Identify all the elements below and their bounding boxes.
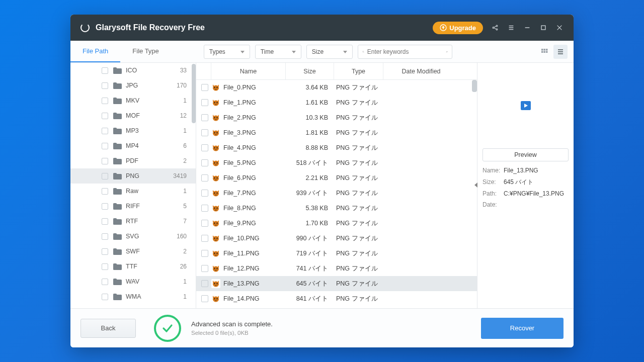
share-icon[interactable] xyxy=(487,20,503,36)
filter-types[interactable]: Types xyxy=(204,45,250,59)
sidebar-item-label: PNG xyxy=(126,172,173,179)
file-type: PNG ファイル xyxy=(332,144,381,152)
close-button[interactable] xyxy=(551,20,568,36)
column-size[interactable]: Size xyxy=(286,63,334,79)
sidebar-item-ico[interactable]: ICO33 xyxy=(70,63,196,78)
file-list-scrollbar[interactable] xyxy=(472,80,477,92)
sidebar-item-mp4[interactable]: MP46 xyxy=(70,138,196,153)
checkbox[interactable] xyxy=(102,203,108,210)
file-icon xyxy=(211,128,220,137)
sidebar-item-mkv[interactable]: MKV1 xyxy=(70,93,196,108)
file-row[interactable]: File_6.PNG2.21 KBPNG ファイル xyxy=(196,170,477,186)
sidebar-item-riff[interactable]: RIFF5 xyxy=(70,199,196,214)
checkbox[interactable] xyxy=(102,82,108,89)
file-row[interactable]: File_13.PNG645 バイトPNG ファイル xyxy=(196,276,477,291)
preview-button[interactable]: Preview xyxy=(482,148,569,161)
checkbox[interactable] xyxy=(102,294,108,300)
recover-button[interactable]: Recover xyxy=(481,318,564,339)
checkbox[interactable] xyxy=(201,144,208,151)
grid-view-button[interactable] xyxy=(537,45,551,59)
checkbox[interactable] xyxy=(102,233,108,240)
checkbox[interactable] xyxy=(102,98,108,104)
sidebar-item-jpg[interactable]: JPG170 xyxy=(70,78,196,93)
list-view-button[interactable] xyxy=(553,45,568,59)
sidebar-item-ttf[interactable]: TTF26 xyxy=(70,259,196,274)
sidebar-item-pdf[interactable]: PDF2 xyxy=(70,153,196,168)
svg-rect-17 xyxy=(546,49,548,51)
file-row[interactable]: File_2.PNG10.3 KBPNG ファイル xyxy=(196,110,477,125)
checkbox[interactable] xyxy=(201,114,208,121)
folder-icon xyxy=(113,98,122,104)
upgrade-button[interactable]: Upgrade xyxy=(433,22,483,34)
sidebar-item-mof[interactable]: MOF12 xyxy=(70,108,196,123)
checkbox[interactable] xyxy=(201,280,208,287)
checkbox[interactable] xyxy=(201,205,208,212)
sidebar-item-wav[interactable]: WAV1 xyxy=(70,274,196,289)
checkbox[interactable] xyxy=(102,67,108,74)
sidebar-item-xlsx[interactable]: XLSX1 xyxy=(70,304,196,308)
column-date[interactable]: Date Modified xyxy=(383,63,459,79)
column-name[interactable]: Name xyxy=(211,63,286,79)
file-name: File_7.PNG xyxy=(223,190,284,197)
menu-icon[interactable] xyxy=(503,20,519,36)
checkbox[interactable] xyxy=(201,159,208,166)
file-row[interactable]: File_10.PNG990 バイトPNG ファイル xyxy=(196,231,477,246)
checkbox[interactable] xyxy=(201,84,208,91)
sidebar-scrollbar[interactable] xyxy=(191,63,196,308)
checkbox[interactable] xyxy=(201,265,208,272)
file-row[interactable]: File_11.PNG719 バイトPNG ファイル xyxy=(196,246,477,261)
back-button[interactable]: Back xyxy=(80,319,136,338)
checkbox[interactable] xyxy=(102,113,108,119)
file-type: PNG ファイル xyxy=(332,99,381,107)
checkbox[interactable] xyxy=(102,218,108,225)
column-type[interactable]: Type xyxy=(334,63,383,79)
svg-rect-15 xyxy=(541,49,543,51)
file-size: 1.81 KB xyxy=(284,129,332,136)
search-input[interactable] xyxy=(367,48,443,55)
file-row[interactable]: File_5.PNG518 バイトPNG ファイル xyxy=(196,155,477,170)
checkbox[interactable] xyxy=(102,248,108,255)
checkbox[interactable] xyxy=(102,173,108,179)
sidebar-item-wma[interactable]: WMA1 xyxy=(70,289,196,304)
svg-point-65 xyxy=(213,236,219,242)
sidebar-item-swf[interactable]: SWF2 xyxy=(70,244,196,259)
checkbox[interactable] xyxy=(201,190,208,197)
checkbox[interactable] xyxy=(201,295,208,302)
enter-icon[interactable] xyxy=(446,48,448,55)
file-row[interactable]: File_8.PNG5.38 KBPNG ファイル xyxy=(196,201,477,216)
filter-size[interactable]: Size xyxy=(306,45,353,59)
checkbox[interactable] xyxy=(201,220,208,227)
checkbox[interactable] xyxy=(201,235,208,242)
file-row[interactable]: File_9.PNG1.70 KBPNG ファイル xyxy=(196,216,477,231)
checkbox[interactable] xyxy=(201,174,208,182)
tab-file-path[interactable]: File Path xyxy=(70,41,120,62)
sidebar-item-svg[interactable]: SVG160 xyxy=(70,229,196,244)
minimize-button[interactable] xyxy=(519,20,535,36)
sidebar-item-mp3[interactable]: MP31 xyxy=(70,123,196,138)
sidebar-item-rtf[interactable]: RTF7 xyxy=(70,214,196,229)
file-row[interactable]: File_7.PNG939 バイトPNG ファイル xyxy=(196,186,477,201)
checkbox[interactable] xyxy=(201,99,208,106)
checkbox[interactable] xyxy=(102,128,108,134)
file-row[interactable]: File_4.PNG8.88 KBPNG ファイル xyxy=(196,140,477,155)
file-row[interactable]: File_3.PNG1.81 KBPNG ファイル xyxy=(196,125,477,140)
checkbox[interactable] xyxy=(102,158,108,164)
sidebar-item-png[interactable]: PNG3419 xyxy=(70,168,196,184)
maximize-button[interactable] xyxy=(535,20,551,36)
sidebar-item-raw[interactable]: Raw1 xyxy=(70,184,196,199)
file-row[interactable]: File_1.PNG1.61 KBPNG ファイル xyxy=(196,95,477,110)
file-row[interactable]: File_14.PNG841 バイトPNG ファイル xyxy=(196,291,477,306)
checkbox[interactable] xyxy=(102,188,108,195)
checkbox[interactable] xyxy=(102,263,108,270)
checkbox[interactable] xyxy=(201,129,208,136)
checkbox[interactable] xyxy=(102,279,108,285)
filter-time[interactable]: Time xyxy=(255,45,301,59)
tab-file-type[interactable]: File Type xyxy=(120,41,171,62)
file-row[interactable]: File_12.PNG741 バイトPNG ファイル xyxy=(196,261,477,276)
checkbox[interactable] xyxy=(201,250,208,257)
svg-rect-10 xyxy=(541,26,545,30)
file-name: File_9.PNG xyxy=(223,220,284,227)
file-row[interactable]: File_0.PNG3.64 KBPNG ファイル xyxy=(196,80,477,95)
collapse-preview-icon[interactable] xyxy=(474,183,477,188)
checkbox[interactable] xyxy=(102,143,108,149)
